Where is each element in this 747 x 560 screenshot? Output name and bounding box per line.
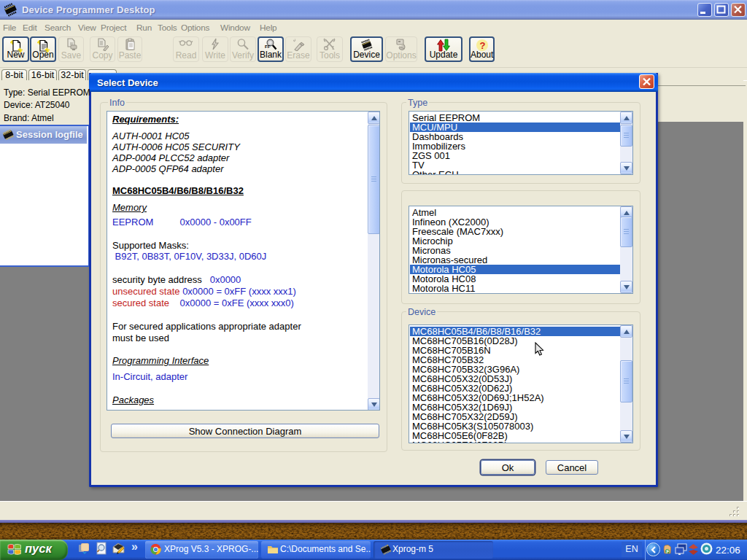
svg-text:F: F [666,549,670,554]
svg-text:FF: FF [265,44,271,49]
